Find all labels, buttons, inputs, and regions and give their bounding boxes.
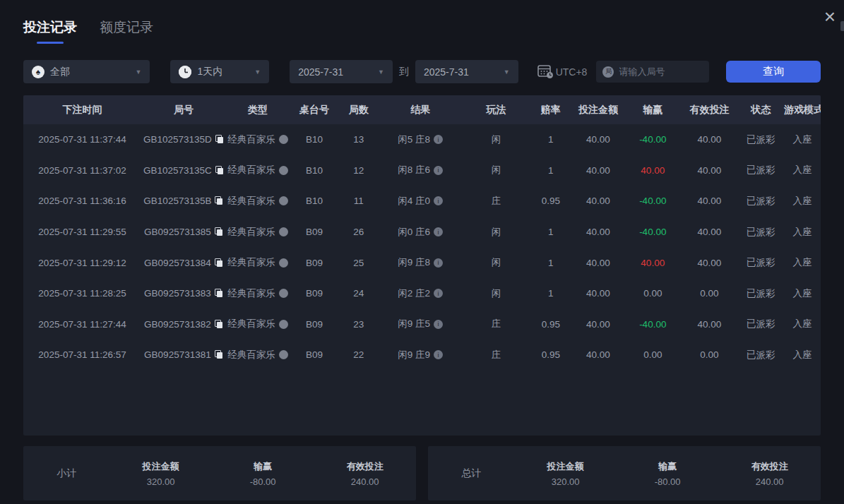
cell-odds: 1 bbox=[530, 227, 572, 237]
cell-bet-time: 2025-07-31 11:27:44 bbox=[23, 319, 141, 330]
cell-table-no: B09 bbox=[290, 227, 339, 237]
cell-odds: 1 bbox=[530, 165, 572, 176]
cell-valid-bet: 40.00 bbox=[681, 258, 737, 268]
copy-icon[interactable] bbox=[215, 350, 223, 359]
active-tab-underline bbox=[37, 42, 64, 44]
total-label: 总计 bbox=[428, 467, 514, 480]
info-icon[interactable]: i bbox=[434, 320, 443, 329]
info-icon[interactable]: i bbox=[434, 289, 443, 298]
cell-play: 闲 bbox=[463, 287, 530, 300]
cell-result: 闲9 庄9i bbox=[378, 349, 463, 361]
column-header: 结果 bbox=[378, 104, 463, 116]
info-icon[interactable]: i bbox=[434, 196, 443, 205]
cell-result: 闲8 庄6i bbox=[378, 164, 463, 176]
date-from-select[interactable]: 2025-7-31 ▼ bbox=[290, 60, 393, 83]
copy-icon[interactable] bbox=[215, 166, 224, 175]
cell-table-no: B09 bbox=[290, 349, 339, 360]
info-icon[interactable]: i bbox=[434, 166, 443, 175]
table-row: 2025-07-31 11:29:12 GB0925731384 经典百家乐 B… bbox=[23, 247, 821, 278]
cell-odds: 0.95 bbox=[530, 319, 572, 330]
cell-win-loss: 0.00 bbox=[624, 349, 681, 360]
cell-bet-amount: 40.00 bbox=[572, 319, 625, 330]
cell-game-mode: 入座 bbox=[784, 256, 821, 269]
cell-table-no: B10 bbox=[290, 165, 339, 176]
copy-icon[interactable] bbox=[215, 196, 223, 205]
timezone-value: UTC+8 bbox=[556, 66, 588, 78]
cell-round-id: GB0925731382 bbox=[141, 319, 226, 330]
search-button[interactable]: 查询 bbox=[726, 61, 821, 83]
round-search-input[interactable] bbox=[619, 66, 703, 77]
cell-result: 闲4 庄0i bbox=[378, 195, 463, 208]
clock-icon bbox=[179, 66, 191, 78]
cell-game-type: 经典百家乐 bbox=[226, 133, 290, 146]
column-header: 游戏模式 bbox=[784, 104, 821, 116]
chevron-down-icon: ▼ bbox=[254, 68, 261, 76]
game-type-select[interactable]: ♠ 全部 ▼ bbox=[23, 60, 150, 83]
chevron-down-icon: ▼ bbox=[504, 68, 510, 76]
cell-win-loss: -40.00 bbox=[624, 319, 681, 330]
column-header: 赔率 bbox=[530, 104, 572, 116]
game-logo-icon bbox=[279, 350, 288, 359]
cell-play: 闲 bbox=[463, 164, 530, 176]
column-header: 局号 bbox=[141, 104, 226, 116]
cell-bet-time: 2025-07-31 11:37:02 bbox=[23, 165, 141, 176]
date-to-select[interactable]: 2025-7-31 ▼ bbox=[415, 60, 518, 83]
column-header: 状态 bbox=[738, 104, 784, 116]
betting-records-table: 下注时间局号类型桌台号局数结果玩法赔率投注金额输赢有效投注状态游戏模式 2025… bbox=[23, 95, 821, 436]
info-icon[interactable]: i bbox=[434, 258, 443, 268]
cell-round-id: GB0925731385 bbox=[141, 227, 226, 237]
timezone-indicator[interactable]: UTC+8 bbox=[537, 64, 588, 79]
cell-play: 闲 bbox=[463, 133, 530, 146]
subtotal-bet-amount: 投注金额 320.00 bbox=[109, 460, 212, 487]
info-icon[interactable]: i bbox=[434, 227, 443, 236]
cell-game-mode: 入座 bbox=[784, 226, 821, 239]
info-icon[interactable]: i bbox=[434, 350, 443, 359]
tab-label: 额度记录 bbox=[100, 20, 153, 35]
subtotal-win-loss: 输赢 -80.00 bbox=[212, 460, 314, 487]
close-icon[interactable]: × bbox=[824, 7, 836, 27]
cell-round-id: GB102573135B bbox=[141, 196, 226, 206]
cell-table-no: B10 bbox=[290, 196, 339, 206]
round-search-field: 局 bbox=[596, 61, 709, 83]
cell-odds: 1 bbox=[530, 134, 572, 145]
cell-round-no: 23 bbox=[339, 319, 378, 330]
cell-round-id: GB102573135C bbox=[141, 165, 226, 176]
cell-bet-amount: 40.00 bbox=[572, 349, 625, 360]
time-range-select[interactable]: 1天内 ▼ bbox=[170, 60, 269, 83]
column-header: 桌台号 bbox=[290, 104, 339, 116]
cell-bet-amount: 40.00 bbox=[572, 165, 625, 176]
cell-win-loss: 0.00 bbox=[624, 288, 681, 299]
total-card: 总计 投注金额 320.00 输赢 -80.00 有效投注 240.00 bbox=[428, 446, 821, 500]
copy-icon[interactable] bbox=[215, 227, 223, 236]
copy-icon[interactable] bbox=[215, 289, 223, 298]
cell-result: 闲9 庄8i bbox=[378, 256, 463, 269]
cell-odds: 1 bbox=[530, 258, 572, 268]
column-header: 下注时间 bbox=[23, 104, 141, 116]
table-header-row: 下注时间局号类型桌台号局数结果玩法赔率投注金额输赢有效投注状态游戏模式 bbox=[23, 95, 821, 124]
cell-game-type: 经典百家乐 bbox=[226, 287, 290, 300]
stat-value: 240.00 bbox=[718, 476, 821, 487]
table-row: 2025-07-31 11:37:02 GB102573135C 经典百家乐 B… bbox=[23, 155, 821, 186]
cell-round-no: 12 bbox=[339, 165, 378, 176]
tab-betting-records[interactable]: 投注记录 bbox=[23, 18, 77, 44]
cell-game-type: 经典百家乐 bbox=[226, 164, 290, 176]
stat-value: -80.00 bbox=[212, 476, 314, 487]
copy-icon[interactable] bbox=[215, 258, 223, 268]
tab-quota-records[interactable]: 额度记录 bbox=[100, 18, 153, 37]
calendar-clock-icon bbox=[537, 64, 554, 79]
copy-icon[interactable] bbox=[215, 320, 223, 329]
total-bet-amount: 投注金额 320.00 bbox=[514, 460, 617, 487]
cell-game-type: 经典百家乐 bbox=[226, 195, 290, 208]
tab-label: 投注记录 bbox=[23, 20, 77, 35]
copy-icon[interactable] bbox=[215, 135, 224, 144]
info-icon[interactable]: i bbox=[434, 135, 443, 144]
cell-bet-time: 2025-07-31 11:37:44 bbox=[23, 134, 141, 145]
column-header: 类型 bbox=[226, 104, 290, 116]
date-from-value: 2025-7-31 bbox=[298, 66, 343, 78]
cell-bet-time: 2025-07-31 11:29:55 bbox=[23, 227, 141, 237]
cell-play: 闲 bbox=[463, 226, 530, 239]
table-row: 2025-07-31 11:36:16 GB102573135B 经典百家乐 B… bbox=[23, 186, 821, 217]
column-header: 局数 bbox=[339, 104, 378, 116]
stat-value: 240.00 bbox=[314, 476, 416, 487]
cell-bet-time: 2025-07-31 11:29:12 bbox=[23, 258, 141, 268]
